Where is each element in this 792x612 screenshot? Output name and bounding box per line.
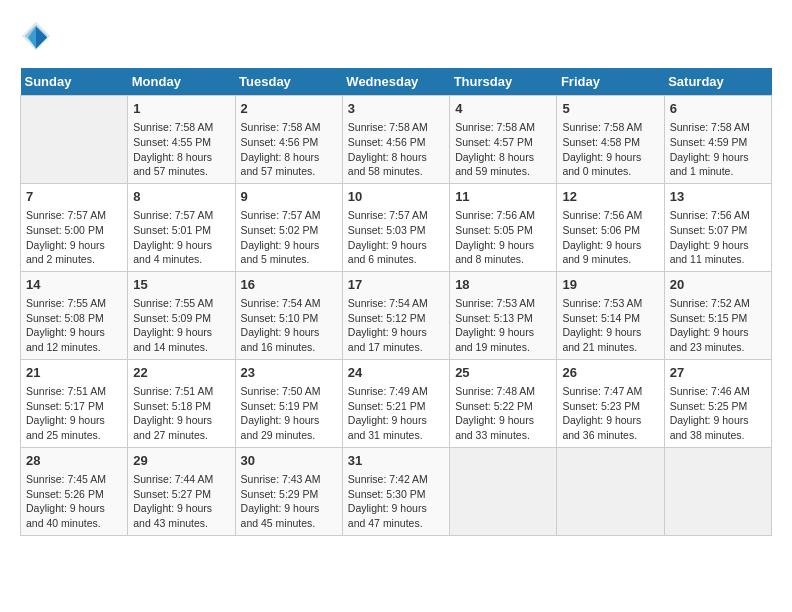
calendar-week-1: 7Sunrise: 7:57 AM Sunset: 5:00 PM Daylig…: [21, 183, 772, 271]
day-number: 3: [348, 100, 444, 118]
day-info: Sunrise: 7:56 AM Sunset: 5:06 PM Dayligh…: [562, 208, 658, 267]
day-info: Sunrise: 7:58 AM Sunset: 4:57 PM Dayligh…: [455, 120, 551, 179]
day-info: Sunrise: 7:58 AM Sunset: 4:56 PM Dayligh…: [241, 120, 337, 179]
calendar-cell: 1Sunrise: 7:58 AM Sunset: 4:55 PM Daylig…: [128, 96, 235, 184]
day-info: Sunrise: 7:58 AM Sunset: 4:55 PM Dayligh…: [133, 120, 229, 179]
day-number: 25: [455, 364, 551, 382]
day-number: 12: [562, 188, 658, 206]
day-number: 22: [133, 364, 229, 382]
day-info: Sunrise: 7:48 AM Sunset: 5:22 PM Dayligh…: [455, 384, 551, 443]
weekday-header-wednesday: Wednesday: [342, 68, 449, 96]
day-number: 4: [455, 100, 551, 118]
day-number: 6: [670, 100, 766, 118]
day-info: Sunrise: 7:56 AM Sunset: 5:07 PM Dayligh…: [670, 208, 766, 267]
calendar-cell: 18Sunrise: 7:53 AM Sunset: 5:13 PM Dayli…: [450, 271, 557, 359]
logo-icon: [20, 20, 52, 52]
calendar-cell: 8Sunrise: 7:57 AM Sunset: 5:01 PM Daylig…: [128, 183, 235, 271]
calendar-cell: [21, 96, 128, 184]
day-number: 14: [26, 276, 122, 294]
day-info: Sunrise: 7:45 AM Sunset: 5:26 PM Dayligh…: [26, 472, 122, 531]
day-info: Sunrise: 7:55 AM Sunset: 5:08 PM Dayligh…: [26, 296, 122, 355]
day-info: Sunrise: 7:53 AM Sunset: 5:14 PM Dayligh…: [562, 296, 658, 355]
calendar-cell: 25Sunrise: 7:48 AM Sunset: 5:22 PM Dayli…: [450, 359, 557, 447]
day-number: 24: [348, 364, 444, 382]
day-number: 1: [133, 100, 229, 118]
calendar-cell: 20Sunrise: 7:52 AM Sunset: 5:15 PM Dayli…: [664, 271, 771, 359]
day-number: 13: [670, 188, 766, 206]
day-number: 26: [562, 364, 658, 382]
weekday-header-monday: Monday: [128, 68, 235, 96]
calendar-cell: 14Sunrise: 7:55 AM Sunset: 5:08 PM Dayli…: [21, 271, 128, 359]
day-number: 29: [133, 452, 229, 470]
day-number: 23: [241, 364, 337, 382]
day-info: Sunrise: 7:55 AM Sunset: 5:09 PM Dayligh…: [133, 296, 229, 355]
day-info: Sunrise: 7:51 AM Sunset: 5:18 PM Dayligh…: [133, 384, 229, 443]
calendar-cell: 12Sunrise: 7:56 AM Sunset: 5:06 PM Dayli…: [557, 183, 664, 271]
day-info: Sunrise: 7:49 AM Sunset: 5:21 PM Dayligh…: [348, 384, 444, 443]
day-info: Sunrise: 7:58 AM Sunset: 4:56 PM Dayligh…: [348, 120, 444, 179]
day-number: 21: [26, 364, 122, 382]
page-header: [20, 20, 772, 52]
calendar-cell: 22Sunrise: 7:51 AM Sunset: 5:18 PM Dayli…: [128, 359, 235, 447]
day-number: 7: [26, 188, 122, 206]
calendar-cell: 30Sunrise: 7:43 AM Sunset: 5:29 PM Dayli…: [235, 447, 342, 535]
calendar-cell: [450, 447, 557, 535]
calendar-cell: 23Sunrise: 7:50 AM Sunset: 5:19 PM Dayli…: [235, 359, 342, 447]
day-info: Sunrise: 7:50 AM Sunset: 5:19 PM Dayligh…: [241, 384, 337, 443]
calendar-cell: [664, 447, 771, 535]
day-number: 30: [241, 452, 337, 470]
calendar-cell: 9Sunrise: 7:57 AM Sunset: 5:02 PM Daylig…: [235, 183, 342, 271]
day-info: Sunrise: 7:44 AM Sunset: 5:27 PM Dayligh…: [133, 472, 229, 531]
day-number: 5: [562, 100, 658, 118]
day-number: 2: [241, 100, 337, 118]
day-info: Sunrise: 7:58 AM Sunset: 4:58 PM Dayligh…: [562, 120, 658, 179]
calendar-cell: 26Sunrise: 7:47 AM Sunset: 5:23 PM Dayli…: [557, 359, 664, 447]
calendar-cell: 31Sunrise: 7:42 AM Sunset: 5:30 PM Dayli…: [342, 447, 449, 535]
day-info: Sunrise: 7:42 AM Sunset: 5:30 PM Dayligh…: [348, 472, 444, 531]
calendar-cell: 24Sunrise: 7:49 AM Sunset: 5:21 PM Dayli…: [342, 359, 449, 447]
calendar-cell: 17Sunrise: 7:54 AM Sunset: 5:12 PM Dayli…: [342, 271, 449, 359]
day-info: Sunrise: 7:52 AM Sunset: 5:15 PM Dayligh…: [670, 296, 766, 355]
day-number: 28: [26, 452, 122, 470]
day-info: Sunrise: 7:43 AM Sunset: 5:29 PM Dayligh…: [241, 472, 337, 531]
day-info: Sunrise: 7:53 AM Sunset: 5:13 PM Dayligh…: [455, 296, 551, 355]
calendar-cell: 15Sunrise: 7:55 AM Sunset: 5:09 PM Dayli…: [128, 271, 235, 359]
calendar-cell: 5Sunrise: 7:58 AM Sunset: 4:58 PM Daylig…: [557, 96, 664, 184]
calendar-cell: 29Sunrise: 7:44 AM Sunset: 5:27 PM Dayli…: [128, 447, 235, 535]
day-info: Sunrise: 7:54 AM Sunset: 5:10 PM Dayligh…: [241, 296, 337, 355]
calendar-cell: 4Sunrise: 7:58 AM Sunset: 4:57 PM Daylig…: [450, 96, 557, 184]
day-number: 20: [670, 276, 766, 294]
calendar-cell: 7Sunrise: 7:57 AM Sunset: 5:00 PM Daylig…: [21, 183, 128, 271]
weekday-header-sunday: Sunday: [21, 68, 128, 96]
day-number: 10: [348, 188, 444, 206]
calendar-cell: 13Sunrise: 7:56 AM Sunset: 5:07 PM Dayli…: [664, 183, 771, 271]
calendar-week-0: 1Sunrise: 7:58 AM Sunset: 4:55 PM Daylig…: [21, 96, 772, 184]
weekday-header-tuesday: Tuesday: [235, 68, 342, 96]
day-number: 27: [670, 364, 766, 382]
day-number: 15: [133, 276, 229, 294]
day-number: 11: [455, 188, 551, 206]
day-number: 18: [455, 276, 551, 294]
day-number: 17: [348, 276, 444, 294]
calendar-cell: [557, 447, 664, 535]
calendar-week-2: 14Sunrise: 7:55 AM Sunset: 5:08 PM Dayli…: [21, 271, 772, 359]
calendar-cell: 10Sunrise: 7:57 AM Sunset: 5:03 PM Dayli…: [342, 183, 449, 271]
day-info: Sunrise: 7:47 AM Sunset: 5:23 PM Dayligh…: [562, 384, 658, 443]
day-info: Sunrise: 7:57 AM Sunset: 5:03 PM Dayligh…: [348, 208, 444, 267]
day-info: Sunrise: 7:57 AM Sunset: 5:02 PM Dayligh…: [241, 208, 337, 267]
day-info: Sunrise: 7:54 AM Sunset: 5:12 PM Dayligh…: [348, 296, 444, 355]
calendar-week-3: 21Sunrise: 7:51 AM Sunset: 5:17 PM Dayli…: [21, 359, 772, 447]
weekday-header-saturday: Saturday: [664, 68, 771, 96]
calendar-cell: 11Sunrise: 7:56 AM Sunset: 5:05 PM Dayli…: [450, 183, 557, 271]
day-info: Sunrise: 7:57 AM Sunset: 5:01 PM Dayligh…: [133, 208, 229, 267]
day-info: Sunrise: 7:58 AM Sunset: 4:59 PM Dayligh…: [670, 120, 766, 179]
day-number: 31: [348, 452, 444, 470]
day-info: Sunrise: 7:56 AM Sunset: 5:05 PM Dayligh…: [455, 208, 551, 267]
calendar-table: SundayMondayTuesdayWednesdayThursdayFrid…: [20, 68, 772, 536]
calendar-cell: 2Sunrise: 7:58 AM Sunset: 4:56 PM Daylig…: [235, 96, 342, 184]
calendar-cell: 21Sunrise: 7:51 AM Sunset: 5:17 PM Dayli…: [21, 359, 128, 447]
calendar-cell: 6Sunrise: 7:58 AM Sunset: 4:59 PM Daylig…: [664, 96, 771, 184]
day-info: Sunrise: 7:57 AM Sunset: 5:00 PM Dayligh…: [26, 208, 122, 267]
day-info: Sunrise: 7:51 AM Sunset: 5:17 PM Dayligh…: [26, 384, 122, 443]
calendar-week-4: 28Sunrise: 7:45 AM Sunset: 5:26 PM Dayli…: [21, 447, 772, 535]
